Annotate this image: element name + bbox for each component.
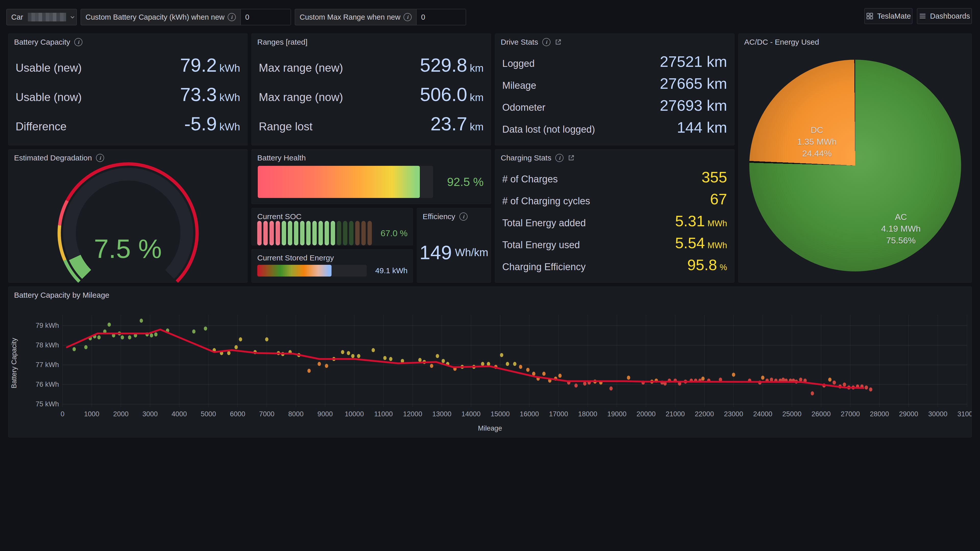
svg-text:75 kWh: 75 kWh bbox=[35, 400, 59, 408]
info-icon[interactable]: i bbox=[74, 38, 83, 46]
soc-cell bbox=[337, 221, 341, 245]
x-axis-title: Mileage bbox=[8, 424, 972, 432]
panel-title: Battery Capacity bbox=[14, 38, 70, 46]
panel-title: Ranges [rated] bbox=[257, 38, 307, 46]
battery-capacity-panel: Battery Capacityi Usable (new)79.2kWh Us… bbox=[8, 33, 248, 145]
stat-row: Max range (new)529.8km bbox=[259, 54, 484, 76]
soc-led-bar bbox=[257, 221, 372, 245]
stat-value: 79.2kWh bbox=[180, 54, 240, 76]
stat-row: Usable (new)79.2kWh bbox=[16, 54, 240, 76]
stat-value: 529.8km bbox=[420, 54, 484, 76]
car-select[interactable]: Car bbox=[6, 9, 77, 25]
svg-text:10000: 10000 bbox=[345, 410, 364, 418]
stored-energy-value: 49.1 kWh bbox=[372, 266, 407, 275]
svg-text:78 kWh: 78 kWh bbox=[35, 341, 59, 349]
svg-text:79 kWh: 79 kWh bbox=[35, 322, 59, 329]
svg-text:15000: 15000 bbox=[490, 410, 510, 418]
soc-cell bbox=[275, 221, 280, 245]
efficiency-panel: Efficiencyi 149 Wh/km bbox=[417, 208, 491, 283]
custom-max-range-input[interactable] bbox=[417, 13, 466, 21]
info-icon[interactable]: i bbox=[228, 13, 236, 21]
soc-cell bbox=[300, 221, 304, 245]
stored-energy-bar bbox=[257, 265, 367, 276]
svg-text:18000: 18000 bbox=[578, 410, 597, 418]
teslamate-button[interactable]: TeslaMate bbox=[864, 8, 912, 24]
acdc-energy-panel: AC/DC - Energy Used DC 1.35 MWh 24.44% A… bbox=[738, 33, 972, 283]
info-icon[interactable]: i bbox=[460, 213, 468, 221]
panel-title: Current SOC bbox=[257, 212, 301, 221]
panel-title: AC/DC - Energy Used bbox=[744, 38, 819, 46]
stat-value: -5.9kWh bbox=[184, 113, 240, 135]
battery-health-panel: Battery Health 92.5 % bbox=[251, 149, 491, 204]
info-icon[interactable]: i bbox=[542, 38, 550, 46]
svg-text:77 kWh: 77 kWh bbox=[35, 361, 59, 368]
external-link-icon[interactable] bbox=[568, 154, 575, 162]
stat-value: 355 bbox=[702, 168, 727, 186]
stat-value: 67 bbox=[710, 190, 727, 208]
stat-row: Max range (now)506.0km bbox=[259, 84, 484, 105]
soc-cell bbox=[325, 221, 329, 245]
stat-value: 144 km bbox=[677, 119, 727, 136]
soc-cell bbox=[331, 221, 335, 245]
svg-text:9000: 9000 bbox=[318, 410, 333, 418]
soc-cell bbox=[294, 221, 298, 245]
dashboards-button[interactable]: Dashboards bbox=[917, 8, 972, 24]
acdc-pie-chart[interactable] bbox=[749, 60, 961, 272]
stat-value: 95.8% bbox=[687, 256, 727, 274]
svg-text:22000: 22000 bbox=[695, 410, 714, 418]
svg-text:12000: 12000 bbox=[403, 410, 422, 418]
svg-text:29000: 29000 bbox=[899, 410, 918, 418]
y-axis-title: Battery Capacity bbox=[10, 335, 18, 391]
stat-value: 27521 km bbox=[660, 53, 727, 70]
stat-row: Charging Efficiency95.8% bbox=[502, 256, 727, 274]
soc-cell bbox=[355, 221, 360, 245]
battery-capacity-chart[interactable]: 0100020003000400050006000700080009000100… bbox=[8, 287, 972, 437]
soc-cell bbox=[349, 221, 353, 245]
svg-text:26000: 26000 bbox=[811, 410, 831, 418]
stat-value: 73.3kWh bbox=[180, 84, 240, 105]
svg-text:16000: 16000 bbox=[520, 410, 539, 418]
panel-title: Efficiency bbox=[423, 212, 455, 221]
svg-text:0: 0 bbox=[60, 410, 64, 418]
dashboard: Car Custom Battery Capacity (kWh) when n… bbox=[0, 0, 980, 551]
degradation-gauge bbox=[8, 160, 248, 283]
svg-text:4000: 4000 bbox=[172, 410, 187, 418]
svg-text:17000: 17000 bbox=[549, 410, 568, 418]
stat-row: Odometer27693 km bbox=[502, 97, 727, 114]
grid-icon bbox=[866, 12, 873, 20]
pie-label-dc: DC 1.35 MWh 24.44% bbox=[797, 124, 837, 159]
soc-cell bbox=[368, 221, 372, 245]
stat-row: Difference-5.9kWh bbox=[16, 113, 240, 135]
pie-label-ac: AC 4.19 MWh 75.56% bbox=[881, 211, 921, 246]
svg-text:13000: 13000 bbox=[432, 410, 452, 418]
soc-cell bbox=[269, 221, 274, 245]
custom-battery-capacity-input-wrap bbox=[240, 9, 291, 25]
external-link-icon[interactable] bbox=[555, 38, 562, 46]
stat-row: # of Charges355 bbox=[502, 168, 727, 186]
custom-max-range-control: Custom Max Range when new i bbox=[295, 9, 466, 25]
estimated-degradation-panel: Estimated Degradationi 7.5 % bbox=[8, 149, 248, 283]
svg-text:1000: 1000 bbox=[84, 410, 99, 418]
svg-text:25000: 25000 bbox=[783, 410, 802, 418]
panel-title: Battery Health bbox=[257, 154, 306, 162]
car-select-value[interactable] bbox=[28, 9, 66, 25]
panel-title: Drive Stats bbox=[501, 38, 538, 46]
custom-battery-capacity-input[interactable] bbox=[241, 13, 291, 21]
stat-value: 5.54MWh bbox=[675, 234, 727, 252]
soc-cell bbox=[306, 221, 310, 245]
info-icon[interactable]: i bbox=[404, 13, 412, 21]
menu-icon bbox=[919, 12, 926, 20]
soc-cell bbox=[361, 221, 366, 245]
info-icon[interactable]: i bbox=[555, 154, 563, 162]
soc-cell bbox=[263, 221, 268, 245]
soc-cell bbox=[288, 221, 292, 245]
svg-text:2000: 2000 bbox=[113, 410, 129, 418]
soc-cell bbox=[318, 221, 323, 245]
stat-value: 5.31MWh bbox=[675, 212, 727, 230]
svg-text:21000: 21000 bbox=[666, 410, 685, 418]
chevron-down-icon[interactable] bbox=[66, 9, 77, 25]
svg-text:27000: 27000 bbox=[841, 410, 860, 418]
custom-battery-capacity-label: Custom Battery Capacity (kWh) when new i bbox=[81, 9, 240, 25]
car-name-redacted bbox=[28, 13, 66, 21]
svg-text:11000: 11000 bbox=[374, 410, 393, 418]
